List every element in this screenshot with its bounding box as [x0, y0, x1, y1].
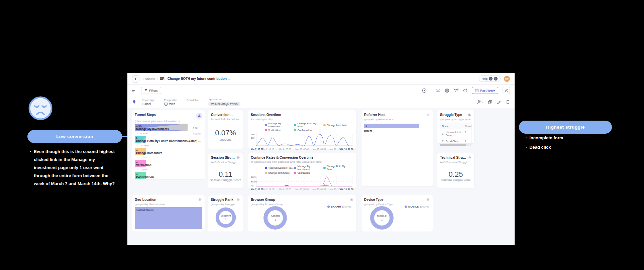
- calendar-icon: [475, 89, 478, 92]
- panel-subtitle: grouped by Referrer Host: [364, 118, 430, 121]
- geo-treemap[interactable]: United States: [135, 207, 202, 229]
- bookmark-icon[interactable]: [506, 100, 510, 104]
- panel-title: Struggle Type: [440, 113, 462, 117]
- question-icon[interactable]: ?: [489, 77, 493, 81]
- legend-dot: [294, 167, 296, 169]
- x-tick-label: Mar 8, 23:00: [279, 188, 291, 190]
- copy-icon[interactable]: [488, 100, 492, 104]
- chevron-left-icon: [134, 77, 137, 81]
- legend-item: Manage My Investment...: [265, 122, 294, 128]
- dashboard-content: Funnel Steps (click on a step for more i…: [127, 108, 515, 245]
- perspective-group: Perspective Web: [164, 99, 177, 106]
- legend-dot: [265, 172, 267, 174]
- device-legend: MOBILE (100%): [405, 205, 429, 208]
- bullet-dot: •: [526, 136, 527, 140]
- radio-icon[interactable]: [442, 133, 444, 135]
- panel-title: Funnel Steps: [135, 113, 156, 117]
- refresh-icon[interactable]: [463, 88, 467, 93]
- panel-title: Technical Struggle S...: [440, 156, 467, 159]
- tools-button[interactable]: [503, 87, 510, 94]
- table-row[interactable]: Uncompleted Form2: [440, 129, 471, 138]
- gear-icon[interactable]: [467, 156, 471, 160]
- sad-face-icon: [28, 96, 53, 122]
- struggle-rank-donut: Excellent1: [215, 207, 236, 228]
- referrer-bar-value: 1: [365, 124, 367, 127]
- legend-dot: [327, 206, 330, 208]
- referrer-bar[interactable]: 1: [364, 124, 419, 128]
- svg-text:100%: 100%: [251, 176, 256, 178]
- svg-text:0%: 0%: [251, 185, 254, 186]
- report-meta-row: Report type Funnel Perspective Web Descr…: [127, 97, 515, 108]
- funnel-flag-icon[interactable]: [454, 88, 458, 93]
- gear-icon[interactable]: [426, 113, 430, 117]
- panel-subtitle: grouped by Geo-Location: [135, 203, 202, 206]
- table-row[interactable]: Dead Click1: [440, 138, 471, 144]
- report-type-label: Report type: [142, 99, 155, 102]
- funnel-icon: [144, 89, 147, 92]
- radio-icon[interactable]: [442, 140, 444, 142]
- funnel-step[interactable]: 1Confirmation: [135, 172, 202, 179]
- applications-label: Applications: [208, 98, 240, 101]
- legend-item: Manage My Investment...: [294, 165, 323, 171]
- funnel-step[interactable]: 1Verification: [135, 160, 202, 167]
- toolbar: Filters: [127, 85, 515, 96]
- back-button[interactable]: [132, 75, 139, 83]
- panel-funnel-steps: Funnel Steps (click on a step for more i…: [132, 110, 205, 180]
- user-avatar[interactable]: No: [504, 76, 510, 82]
- description-label: Description: [187, 99, 199, 102]
- x-tick-label: Mar 10, 02:46: [295, 188, 309, 190]
- funnel-step-connector: ↓20.00%: [135, 143, 202, 148]
- report-type-value: Funnel: [142, 102, 155, 106]
- funnel-step-connector: ↓100%: [135, 155, 202, 160]
- help-label: Help: [482, 77, 488, 81]
- gear-icon[interactable]: [426, 198, 430, 202]
- funnel-step-label: Change Both My Future Contributions &amp…: [136, 139, 202, 143]
- report-type-group: Report type Funnel: [142, 99, 155, 106]
- sort-lines-icon[interactable]: [132, 89, 136, 92]
- gear-icon[interactable]: [198, 198, 202, 202]
- bullet-dot: •: [30, 148, 31, 188]
- x-tick-label: Mar 8, 23:00: [279, 148, 291, 150]
- table-scrollbar[interactable]: [440, 144, 471, 146]
- page-canvas: Low conversion • Even though this is the…: [0, 0, 644, 270]
- funnel-step[interactable]: 5Change Both My Future Contributions &am…: [135, 136, 202, 143]
- gear-icon[interactable]: [349, 198, 353, 202]
- compare-icon[interactable]: [196, 113, 202, 119]
- browser-donut: SAFARI1: [263, 206, 287, 230]
- breadcrumb-separator: ›: [157, 77, 158, 81]
- pin-icon[interactable]: [132, 100, 136, 104]
- share-user-icon[interactable]: 1: [477, 100, 483, 104]
- help-button[interactable]: Help ? i: [479, 76, 501, 82]
- funnel-step-value: 5: [136, 136, 138, 139]
- play-circle-icon[interactable]: [422, 88, 427, 93]
- report-title: SR - Change BOTH my future contribution …: [160, 77, 230, 81]
- funnel-step-label: Verification: [136, 163, 151, 167]
- globe-icon[interactable]: [445, 88, 449, 93]
- gear-icon[interactable]: [467, 113, 471, 117]
- breadcrumb-funnels[interactable]: Funnels: [143, 77, 155, 81]
- share-count-badge: 1: [482, 101, 483, 103]
- svg-text:100: 100: [251, 137, 255, 139]
- gear-icon[interactable]: [236, 156, 240, 160]
- filters-button[interactable]: Filters: [141, 87, 161, 94]
- funnel-step[interactable]: 1.5KManage My Investments→1.5K99.67%: [135, 124, 202, 131]
- legend-dot: [265, 124, 267, 126]
- bullet-text: Dead click: [529, 145, 551, 150]
- donut-center-label: SAFARI1: [263, 214, 287, 222]
- gear-icon[interactable]: [236, 198, 240, 202]
- panel-geo-location: Geo-Location grouped by Geo-Location Uni…: [132, 195, 205, 232]
- panel-subtitle: (click on a step for more information..): [135, 120, 202, 123]
- sessions-line-chart: 146100: [251, 132, 353, 146]
- funnel-step[interactable]: 1Change both future: [135, 148, 202, 155]
- panel-subtitle: grouped by Struggle Rank: [211, 203, 240, 206]
- past-week-button[interactable]: Past Week: [472, 87, 498, 94]
- alert-lamp-icon[interactable]: [436, 88, 440, 93]
- device-donut: MOBILE1: [370, 206, 394, 230]
- panel-subtitle: % Continue Rate from each step and Total…: [251, 160, 353, 163]
- session-struggle-unit: Session Struggle Score: [208, 178, 243, 182]
- legend-dot: [265, 129, 267, 131]
- legend-dot: [405, 206, 407, 208]
- edit-pencil-icon[interactable]: [497, 100, 501, 104]
- panel-title: Referrer Host: [364, 113, 386, 117]
- info-icon[interactable]: i: [494, 77, 498, 81]
